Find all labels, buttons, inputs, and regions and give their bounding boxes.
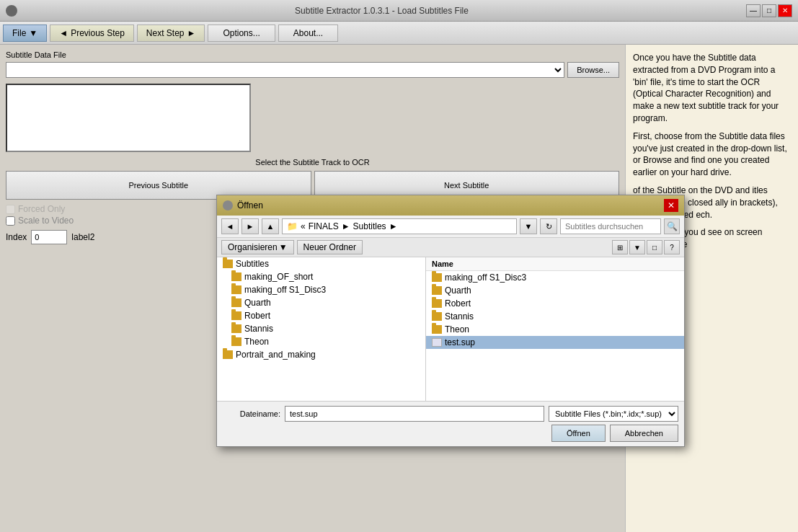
filename-input[interactable] <box>285 406 544 422</box>
tree-item-portrait[interactable]: Portrait_and_making <box>217 348 425 361</box>
subtitle-preview <box>6 84 251 152</box>
dialog-path-bar[interactable]: 📁 « FINALS ► Subtitles ► <box>282 218 517 234</box>
filetype-dropdown[interactable]: Subtitle Files (*.bin;*.idx;*.sup) <box>549 406 678 422</box>
app-icon <box>6 5 17 17</box>
folder-icon <box>231 311 241 320</box>
view-details-button[interactable]: ▼ <box>629 240 645 254</box>
scale-to-video-label: Scale to Video <box>18 216 74 226</box>
file-item-robert[interactable]: Robert <box>426 297 684 310</box>
dialog-title: Öffnen <box>237 200 263 210</box>
new-folder-label: Neuer Ordner <box>303 242 356 252</box>
right-pane-header: Name <box>426 257 684 271</box>
window-title: Subtitle Extractor 1.0.3.1 - Load Subtit… <box>17 6 746 16</box>
view-help-button[interactable]: ? <box>664 240 680 254</box>
title-bar: Subtitle Extractor 1.0.3.1 - Load Subtit… <box>0 0 798 22</box>
file-menu-arrow: ▼ <box>29 28 37 38</box>
maximize-button[interactable]: □ <box>762 4 776 17</box>
dialog-refresh-button[interactable]: ↻ <box>540 218 557 234</box>
next-step-arrow: ► <box>187 28 196 38</box>
tree-item-quarth[interactable]: Quarth <box>217 296 425 309</box>
dialog-right-pane: Name making_off S1_Disc3 Quarth Robert S… <box>426 257 684 401</box>
folder-icon <box>231 272 241 281</box>
dialog-title-bar: Öffnen ✕ <box>217 195 684 216</box>
filename-label: Dateiname: <box>223 409 280 418</box>
options-button[interactable]: Options... <box>208 25 275 42</box>
info-para2: First, choose from the Subtitle data fil… <box>633 130 791 179</box>
tree-item-theon[interactable]: Theon <box>217 335 425 348</box>
folder-icon <box>432 273 442 282</box>
organize-arrow: ▼ <box>279 242 288 252</box>
file-dropdown[interactable] <box>6 62 564 78</box>
file-menu-button[interactable]: File ▼ <box>3 25 47 42</box>
info-para1: Once you have the Subtitle data extracte… <box>633 52 791 125</box>
dialog-footer: Dateiname: Subtitle Files (*.bin;*.idx;*… <box>217 402 684 446</box>
dialog-close-button[interactable]: ✕ <box>664 199 678 212</box>
path-sep1: « <box>301 221 306 231</box>
menu-bar: File ▼ ◄ Previous Step Next Step ► Optio… <box>0 22 798 45</box>
file-item-theon[interactable]: Theon <box>426 323 684 336</box>
folder-icon <box>432 325 442 334</box>
folder-icon <box>432 299 442 308</box>
file-item-testsup[interactable]: test.sup <box>426 336 684 349</box>
dialog-back-button[interactable]: ◄ <box>221 218 239 234</box>
filename-row: Dateiname: Subtitle Files (*.bin;*.idx;*… <box>223 406 678 422</box>
file-item-making-off[interactable]: making_off S1_Disc3 <box>426 271 684 284</box>
prev-step-button[interactable]: ◄ Previous Step <box>50 25 134 42</box>
folder-icon <box>432 286 442 295</box>
about-button[interactable]: About... <box>278 25 338 42</box>
file-item-quarth[interactable]: Quarth <box>426 284 684 297</box>
dialog-toolbar: ◄ ► ▲ 📁 « FINALS ► Subtitles ► ▼ ↻ 🔍 <box>217 216 684 238</box>
folder-icon: 📁 <box>287 221 298 231</box>
organize-label: Organisieren <box>228 242 278 252</box>
dialog-icon <box>223 200 233 210</box>
index-input[interactable] <box>31 230 67 244</box>
browse-button[interactable]: Browse... <box>567 62 619 78</box>
forced-only-checkbox[interactable] <box>6 205 15 214</box>
next-step-label: Next Step <box>146 28 185 38</box>
tree-item-stannis[interactable]: Stannis <box>217 322 425 335</box>
file-row: Browse... <box>6 62 619 78</box>
organize-button[interactable]: Organisieren ▼ <box>221 240 294 254</box>
folder-icon <box>231 324 241 333</box>
folder-icon <box>432 312 442 321</box>
cancel-button[interactable]: Abbrechen <box>610 425 678 442</box>
folder-icon <box>231 337 241 346</box>
new-folder-button[interactable]: Neuer Ordner <box>297 240 363 254</box>
dialog-left-pane: Subtitles making_OF_short making_off S1_… <box>217 257 426 401</box>
file-menu-label: File <box>12 28 26 38</box>
path-sep2: ► <box>342 221 350 231</box>
path-finals: FINALS <box>309 221 339 231</box>
tree-item-making-of-short[interactable]: making_OF_short <box>217 270 425 283</box>
forced-only-label: Forced Only <box>18 204 65 214</box>
dialog-search-input[interactable] <box>560 218 661 234</box>
minimize-button[interactable]: — <box>746 4 761 17</box>
dialog-toolbar2: Organisieren ▼ Neuer Ordner ⊞ ▼ □ ? <box>217 238 684 257</box>
tree-item-subtitles[interactable]: Subtitles <box>217 257 425 270</box>
dialog-forward-button[interactable]: ► <box>241 218 259 234</box>
file-item-stannis[interactable]: Stannis <box>426 310 684 323</box>
path-subtitles: Subtitles <box>353 221 386 231</box>
search-icon: 🔍 <box>664 218 680 234</box>
open-button[interactable]: Öffnen <box>551 425 606 442</box>
view-list-button[interactable]: ⊞ <box>612 240 628 254</box>
file-icon <box>432 338 442 347</box>
close-button[interactable]: ✕ <box>778 4 792 17</box>
view-window-button[interactable]: □ <box>647 240 662 254</box>
dialog-path-dropdown[interactable]: ▼ <box>520 218 537 234</box>
folder-icon <box>223 350 233 359</box>
folder-icon <box>231 285 241 294</box>
footer-buttons: Öffnen Abbrechen <box>223 425 678 442</box>
index-label: Index <box>6 232 27 242</box>
dialog-up-button[interactable]: ▲ <box>262 218 279 234</box>
scale-to-video-checkbox[interactable] <box>6 216 15 226</box>
about-label: About... <box>293 28 323 38</box>
options-label: Options... <box>223 28 260 38</box>
dialog-body: Subtitles making_OF_short making_off S1_… <box>217 257 684 402</box>
label2: label2 <box>71 232 94 242</box>
prev-step-arrow: ◄ <box>59 28 68 38</box>
path-sep3: ► <box>389 221 398 231</box>
tree-item-making-off-s1[interactable]: making_off S1_Disc3 <box>217 283 425 296</box>
tree-item-robert[interactable]: Robert <box>217 309 425 322</box>
folder-icon <box>231 298 241 307</box>
next-step-button[interactable]: Next Step ► <box>137 25 205 42</box>
